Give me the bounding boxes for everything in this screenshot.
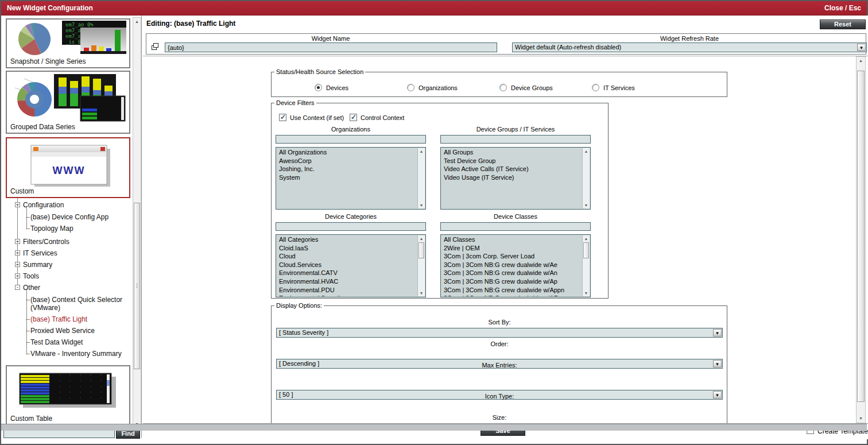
- list-item[interactable]: 2Wire | OEM: [441, 244, 582, 253]
- display-options-legend: Display Options:: [274, 302, 324, 309]
- display-options-fieldset: Display Options: Sort By: [ Status Sever…: [271, 302, 727, 423]
- thumbnail-label: Custom: [10, 187, 34, 195]
- list-item[interactable]: AwesoCorp: [277, 157, 417, 165]
- scroll-down-icon[interactable]: ▼: [857, 415, 865, 422]
- scroll-up-icon[interactable]: ▲: [583, 148, 590, 154]
- radio-devices[interactable]: [315, 84, 322, 91]
- list-item[interactable]: Video Active Calls (IT Service): [441, 165, 582, 173]
- device-categories-label: Device Categories: [276, 213, 426, 220]
- sidebar-scrollbar-thumb[interactable]: [134, 203, 140, 369]
- scrollbar-thumb[interactable]: [583, 242, 589, 258]
- expand-icon[interactable]: +: [15, 239, 20, 244]
- radio-it-services[interactable]: [592, 84, 599, 91]
- device-groups-listbox[interactable]: All Groups Test Device Group Video Activ…: [440, 147, 591, 210]
- expand-icon[interactable]: +: [15, 273, 20, 278]
- widget-refresh-rate-select[interactable]: Widget default (Auto-refresh disabled) ▼: [512, 42, 867, 52]
- list-item[interactable]: 3Com | 3Com NB:G crew dualwide w/An: [441, 269, 582, 277]
- organizations-filter-input[interactable]: [276, 135, 426, 144]
- list-item[interactable]: 3Com | 3Com NB:G crew dualwide w/Appn: [441, 286, 582, 295]
- widget-type-snapshot-single-series[interactable]: em7_ao 0% em7_ap 0% em7_cu 0% _is 0% Sna…: [6, 18, 130, 68]
- expand-icon[interactable]: -: [15, 285, 20, 290]
- custom-thumbnail-image: WWW: [7, 140, 129, 188]
- radio-organizations[interactable]: [407, 84, 414, 91]
- list-item[interactable]: 3Com | 3Com NB:G crew dualwide w/Ae: [441, 261, 582, 269]
- widget-type-custom[interactable]: WWW Custom: [6, 137, 130, 198]
- list-item[interactable]: 3Com | 3Com NB:G crew dualwide w/AR: [441, 294, 582, 296]
- widget-refresh-rate-label: Widget Refresh Rate: [512, 35, 867, 42]
- scroll-up-icon[interactable]: ▲: [857, 57, 865, 64]
- device-classes-listbox-scrollbar[interactable]: ▲ ▼: [582, 235, 590, 296]
- dropdown-arrow-icon[interactable]: ▼: [713, 329, 722, 336]
- list-item[interactable]: Cloid.IaaS: [277, 244, 417, 253]
- widget-name-input[interactable]: [165, 42, 497, 52]
- list-item[interactable]: Cloud.Services: [277, 261, 417, 269]
- organizations-listbox-scrollbar[interactable]: ▲ ▼: [417, 148, 425, 208]
- list-item[interactable]: System: [277, 173, 417, 182]
- list-item[interactable]: 3Com | 3com Corp. Server Load: [441, 252, 582, 261]
- reset-button[interactable]: Reset: [820, 20, 866, 29]
- svg-text:em7_ao 0%: em7_ao 0%: [65, 22, 94, 28]
- list-item[interactable]: All Categories: [277, 235, 417, 244]
- list-item[interactable]: All Classes: [441, 235, 582, 244]
- organizations-listbox[interactable]: All Organizations AwesoCorp Joshing, Inc…: [276, 147, 426, 210]
- dialog-title: New Widget Configuration: [7, 4, 93, 12]
- use-context-label[interactable]: Use Context (if set): [290, 114, 344, 121]
- widget-config-form: Status/Health Source Selection Devices O…: [143, 56, 868, 423]
- widget-type-custom-table[interactable]: Custom Table: [6, 365, 130, 425]
- device-groups-filter-input[interactable]: [440, 135, 591, 144]
- use-context-checkbox[interactable]: [279, 114, 286, 121]
- clone-window-icon[interactable]: [152, 43, 159, 51]
- dropdown-arrow-icon[interactable]: ▼: [857, 44, 866, 51]
- control-context-label[interactable]: Control Context: [361, 114, 404, 121]
- device-groups-it-services-label: Device Groups / IT Services: [440, 126, 591, 133]
- scroll-down-icon[interactable]: ▼: [583, 290, 590, 296]
- radio-devices-label[interactable]: Devices: [326, 84, 348, 91]
- scroll-up-icon[interactable]: ▲: [133, 18, 141, 25]
- scroll-down-icon[interactable]: ▼: [418, 290, 425, 296]
- widget-type-grouped-data-series[interactable]: Grouped Data Series: [6, 71, 130, 134]
- list-item[interactable]: Environmental.HVAC: [277, 277, 417, 286]
- list-item[interactable]: Cloud: [277, 252, 417, 261]
- scroll-down-icon[interactable]: ▼: [583, 202, 590, 208]
- expand-icon[interactable]: +: [15, 262, 20, 267]
- order-label: Order:: [276, 340, 723, 347]
- sidebar-scrollbar[interactable]: ▲ ▼: [133, 17, 141, 429]
- sort-by-select[interactable]: [ Status Severity ] ▼: [276, 328, 723, 338]
- svg-text:WWW: WWW: [53, 165, 86, 176]
- device-classes-listbox[interactable]: All Classes 2Wire | OEM 3Com | 3com Corp…: [440, 234, 591, 297]
- radio-organizations-label[interactable]: Organizations: [418, 84, 458, 91]
- list-item[interactable]: 3Com | 3Com NB:G crew dualwide w/Ap: [441, 277, 582, 286]
- list-item[interactable]: Joshing, Inc.: [277, 165, 417, 173]
- dialog-titlebar: New Widget Configuration Close / Esc: [1, 1, 867, 16]
- list-item[interactable]: All Groups: [441, 148, 582, 157]
- device-categories-listbox-scrollbar[interactable]: ▲ ▼: [417, 235, 425, 296]
- list-item[interactable]: Video Usage (IT Service): [441, 173, 582, 182]
- radio-it-services-label[interactable]: IT Services: [603, 84, 635, 91]
- device-filters-fieldset: Device Filters Use Context (if set) Cont…: [271, 99, 609, 299]
- expand-icon[interactable]: +: [15, 202, 20, 207]
- radio-device-groups[interactable]: [499, 84, 507, 91]
- list-item[interactable]: All Organizations: [277, 148, 417, 157]
- close-button[interactable]: Close / Esc: [824, 4, 861, 12]
- list-item[interactable]: Test Device Group: [441, 157, 582, 165]
- scroll-up-icon[interactable]: ▲: [418, 235, 425, 242]
- scroll-up-icon[interactable]: ▲: [418, 148, 425, 154]
- device-groups-listbox-scrollbar[interactable]: ▲ ▼: [582, 148, 590, 208]
- list-item[interactable]: Environmental.PDU: [277, 286, 417, 295]
- icon-type-label: Icon Type:: [276, 393, 723, 400]
- device-categories-listbox[interactable]: All Categories Cloid.IaaS Cloud Cloud.Se…: [276, 234, 426, 297]
- control-context-checkbox[interactable]: [350, 114, 357, 121]
- status-health-source-selection-fieldset: Status/Health Source Selection Devices O…: [271, 68, 727, 97]
- list-item[interactable]: Environmental.Security: [277, 294, 417, 296]
- scroll-down-icon[interactable]: ▼: [418, 202, 425, 208]
- list-item[interactable]: Environmental.CATV: [277, 269, 417, 277]
- device-categories-filter-input[interactable]: [276, 222, 426, 231]
- expand-icon[interactable]: +: [15, 250, 20, 256]
- scrollbar-thumb[interactable]: [418, 242, 424, 258]
- scroll-up-icon[interactable]: ▲: [583, 235, 590, 242]
- form-scrollbar[interactable]: ▲ ▼: [856, 56, 866, 423]
- thumbnail-label: Snapshot / Single Series: [10, 57, 86, 65]
- device-classes-filter-input[interactable]: [440, 222, 591, 231]
- form-scrollbar-thumb[interactable]: [857, 71, 865, 402]
- radio-device-groups-label[interactable]: Device Groups: [511, 84, 553, 91]
